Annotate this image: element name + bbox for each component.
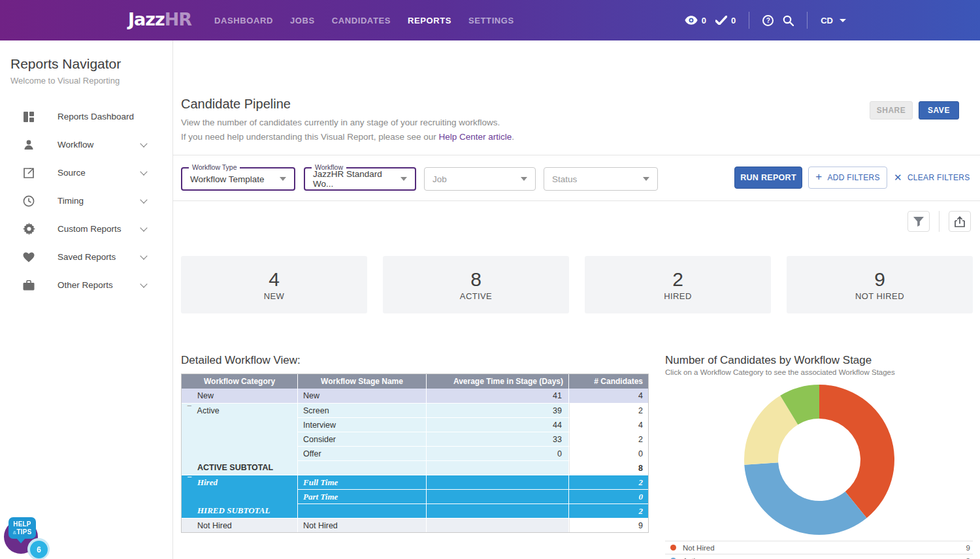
status-select[interactable]: Status [544,167,658,191]
stage-cell: New [298,389,427,403]
legend-item-active[interactable]: Active8 [665,554,973,559]
table-row[interactable]: HIRED SUBTOTAL2 [182,503,648,518]
table-header-row: Workflow CategoryWorkflow Stage NameAver… [182,374,648,389]
chevron-down-icon [140,224,147,231]
donut-segment-not-hired[interactable] [819,385,894,518]
person-icon [22,139,35,151]
stat-value: 8 [470,268,482,290]
table-row[interactable]: Part Time0 [182,489,648,503]
sidebar-title: Reports Navigator [10,56,172,72]
chevron-down-icon [140,252,147,259]
table-row[interactable]: Offer00 [182,446,648,460]
sidebar-item-reports-dashboard[interactable]: Reports Dashboard [10,103,172,131]
funnel-icon [913,217,924,227]
tasks-indicator[interactable]: 0 [715,16,736,25]
chevron-down-icon [643,177,649,181]
stage-cell: Offer [298,446,427,460]
sidebar-items: Reports DashboardWorkflowSourceTimingCus… [10,103,172,299]
table-row[interactable]: ACTIVE SUBTOTAL8 [182,460,648,475]
add-filters-button[interactable]: +ADD FILTERS [808,167,887,189]
briefcase-icon [22,280,35,291]
sidebar-item-saved-reports[interactable]: Saved Reports [10,243,172,271]
stat-label: ACTIVE [460,291,492,301]
chart-legend: Not Hired9Active8New4Hired2 [665,541,973,559]
avg-time-cell: 44 [427,417,569,432]
legend-value: 9 [966,544,973,552]
workflow-table: Workflow CategoryWorkflow Stage NameAver… [181,374,649,533]
candidates-cell: 2 [569,475,648,489]
sidebar-item-workflow[interactable]: Workflow [10,131,172,159]
chevron-down-icon [840,19,846,22]
avg-time-cell [427,503,569,518]
nav-item-reports[interactable]: REPORTS [408,16,451,25]
avg-time-cell [427,489,569,503]
avg-time-cell [427,460,569,475]
job-select[interactable]: Job [424,167,536,191]
nav-item-candidates[interactable]: CANDIDATES [332,16,391,25]
search-icon[interactable] [783,15,794,26]
table-row[interactable]: Not HiredNot Hired9 [182,518,648,532]
category-cell [182,446,298,460]
workflow-type-select[interactable]: Workflow Type Workflow Template [181,167,295,191]
sidebar-item-custom-reports[interactable]: Custom Reports [10,215,172,243]
help-center-link[interactable]: Help Center article [439,132,512,142]
sidebar-item-label: Timing [57,196,141,206]
chart-subtitle: Click on a Workflow Category to see the … [665,368,895,376]
column-header: Workflow Stage Name [298,374,427,389]
stat-label: HIRED [664,291,691,301]
help-count-badge: 6 [30,541,48,558]
jazzhr-logo[interactable]: JazzHR [128,9,191,29]
sidebar-item-label: Source [57,168,141,178]
reports-navigator-sidebar: Reports Navigator Welcome to Visual Repo… [0,40,173,559]
table-row[interactable]: Interview444 [182,417,648,432]
candidates-cell: 0 [569,446,648,460]
table-row[interactable]: −ActiveScreen392 [182,403,648,417]
table-row[interactable]: Consider332 [182,432,648,446]
nav-item-jobs[interactable]: JOBS [290,16,315,25]
avg-time-cell: 41 [427,389,569,403]
help-tips-button[interactable]: HELP &TIPS 6 [4,517,63,559]
legend-value: 8 [966,557,973,559]
legend-item-not-hired[interactable]: Not Hired9 [665,541,973,554]
chevron-down-icon [140,280,147,287]
main-content: Candidate Pipeline View the number of ca… [173,40,980,559]
collapse-icon[interactable]: − [187,403,192,411]
watching-indicator[interactable]: 0 [685,16,706,25]
stage-cell: Not Hired [298,518,427,532]
column-header: Workflow Category [182,374,298,389]
nav-item-dashboard[interactable]: DASHBOARD [214,16,273,25]
sidebar-item-label: Reports Dashboard [57,112,172,121]
stat-card-hired: 2HIRED [585,256,771,313]
table-row[interactable]: NewNew414 [182,389,648,403]
donut-chart[interactable] [665,383,973,537]
avg-time-cell [427,518,569,532]
avg-time-cell: 33 [427,432,569,446]
sidebar-item-source[interactable]: Source [10,159,172,187]
sidebar-item-timing[interactable]: Timing [10,187,172,215]
sidebar-item-other-reports[interactable]: Other Reports [10,271,172,299]
candidates-cell: 8 [569,460,648,475]
chevron-down-icon [140,196,147,203]
stage-cell: Full Time [298,475,427,489]
category-cell: Not Hired [182,518,298,532]
page-title: Candidate Pipeline [181,97,291,112]
save-button[interactable]: SAVE [919,101,959,120]
user-menu[interactable]: CD [821,16,846,25]
checkmark-icon [715,16,727,25]
workflow-select[interactable]: Workflow JazzHR Standard Wo... [304,167,416,191]
donut-segment-active[interactable] [744,462,866,535]
page-description: View the number of candidates currently … [181,118,500,127]
stat-card-active: 8ACTIVE [383,256,569,313]
divider [807,12,808,29]
filter-toolbar-button[interactable] [907,211,930,232]
legend-label: Not Hired [683,544,966,552]
run-report-button[interactable]: RUN REPORT [734,167,802,189]
nav-item-settings[interactable]: SETTINGS [468,16,514,25]
collapse-icon[interactable]: − [187,475,192,483]
clear-filters-button[interactable]: ✕CLEAR FILTERS [894,167,970,189]
share-button[interactable]: SHARE [870,101,913,120]
category-cell: −Active [182,403,298,417]
help-icon[interactable]: ? [762,15,774,26]
table-row[interactable]: −HiredFull Time2 [182,475,648,489]
export-toolbar-button[interactable] [949,211,971,232]
